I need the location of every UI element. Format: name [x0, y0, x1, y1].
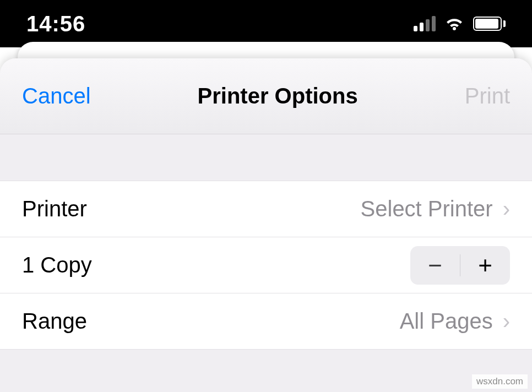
print-button[interactable]: Print: [465, 84, 510, 108]
chevron-right-icon: ›: [503, 197, 510, 221]
copies-stepper: − +: [410, 246, 510, 285]
printer-row[interactable]: Printer Select Printer ›: [0, 181, 532, 237]
nav-bar: Cancel Printer Options Print: [0, 58, 532, 134]
range-label: Range: [22, 309, 87, 334]
copies-label: 1 Copy: [22, 253, 92, 277]
printer-options-sheet: Cancel Printer Options Print Printer Sel…: [0, 58, 532, 392]
status-bar: 14:56: [0, 0, 532, 47]
chevron-right-icon: ›: [503, 309, 510, 334]
cancel-button[interactable]: Cancel: [22, 84, 91, 108]
cellular-signal-icon: [414, 16, 436, 31]
options-group: Printer Select Printer › 1 Copy − +: [0, 181, 532, 350]
range-value: All Pages ›: [400, 309, 510, 334]
decrement-button[interactable]: −: [410, 246, 460, 285]
printer-value-text: Select Printer: [361, 197, 493, 221]
wifi-icon: [443, 15, 465, 32]
increment-button[interactable]: +: [460, 246, 510, 285]
phone-screen: 14:56 Cancel Printer Options Print: [0, 0, 532, 392]
printer-value: Select Printer ›: [361, 197, 510, 221]
watermark: wsxdn.com: [472, 374, 528, 389]
printer-label: Printer: [22, 197, 87, 221]
range-value-text: All Pages: [400, 309, 493, 334]
battery-icon: [473, 17, 506, 31]
status-icons: [414, 15, 506, 32]
clock: 14:56: [26, 12, 85, 36]
minus-icon: −: [428, 252, 442, 279]
plus-icon: +: [478, 252, 492, 279]
page-title: Printer Options: [198, 84, 358, 108]
copies-row: 1 Copy − +: [0, 237, 532, 293]
range-row[interactable]: Range All Pages ›: [0, 293, 532, 350]
